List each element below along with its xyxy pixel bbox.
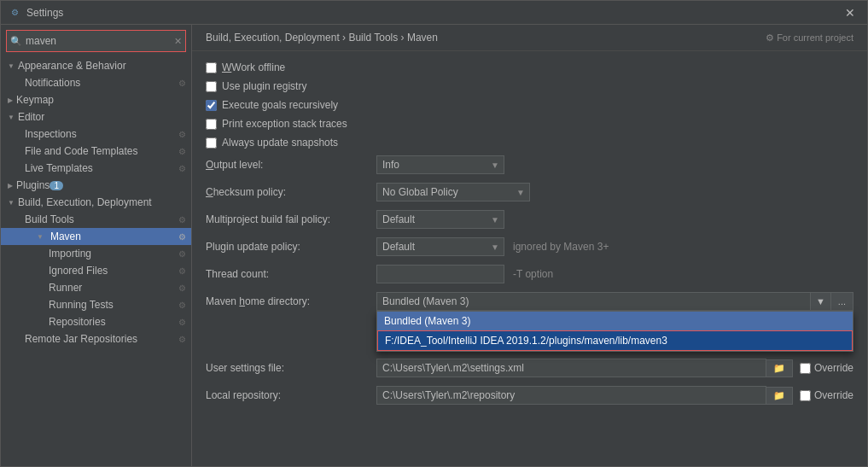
sidebar-item-remote-jar[interactable]: Remote Jar Repositories ⚙	[1, 330, 191, 347]
execute-goals-checkbox[interactable]	[206, 100, 217, 111]
maven-home-input-area: ▼ ... Bundled (Maven 3) F:/IDEA_Tool/Int…	[376, 292, 853, 311]
sidebar-item-live-templates[interactable]: Live Templates ⚙	[1, 160, 191, 177]
title-bar: ⚙ Settings ✕	[1, 1, 867, 25]
chevron-down-icon: ▼	[8, 62, 15, 70]
multiproject-select[interactable]: Default Fail at End Fail Never	[376, 210, 504, 229]
search-input[interactable]	[26, 35, 174, 47]
settings-window: ⚙ Settings ✕ 🔍 ✕ ▼ Appearance & Behavior…	[0, 0, 868, 467]
settings-icon: ⚙	[178, 283, 186, 293]
sidebar-item-label: Importing	[49, 248, 91, 260]
maven-home-option-path[interactable]: F:/IDEA_Tool/IntelliJ IDEA 2019.1.2/plug…	[377, 330, 853, 351]
user-settings-override-checkbox[interactable]	[800, 363, 811, 374]
sidebar-item-importing[interactable]: Importing ⚙	[1, 245, 191, 262]
work-offline-row: WWork offline	[206, 61, 853, 73]
chevron-down-icon: ▼	[8, 114, 15, 121]
local-repo-input[interactable]	[376, 386, 766, 405]
sidebar-item-runner[interactable]: Runner ⚙	[1, 279, 191, 296]
close-button[interactable]: ✕	[840, 4, 860, 21]
sidebar-item-label: Maven	[50, 231, 81, 242]
sidebar-item-build-tools[interactable]: Build Tools ⚙	[1, 211, 191, 228]
settings-icon: ⚙	[178, 335, 186, 344]
always-update-label: Always update snapshots	[222, 137, 338, 149]
local-repo-row: Local repository: 📁 Override	[206, 386, 853, 405]
sidebar-item-notifications[interactable]: Notifications ⚙	[1, 74, 191, 91]
plugin-update-dropdown-wrapper: Default Force Update Suppress Update ▼	[376, 237, 504, 256]
sidebar-item-plugins[interactable]: ▶ Plugins 1	[1, 177, 191, 194]
chevron-right-icon: ▶	[8, 96, 13, 104]
work-offline-checkbox[interactable]	[206, 62, 217, 73]
maven-home-input-row: ▼ ...	[376, 292, 853, 311]
sidebar-item-keymap[interactable]: ▶ Keymap	[1, 91, 191, 108]
sidebar-item-label: Appearance & Behavior	[18, 60, 126, 72]
sidebar-item-label: File and Code Templates	[25, 145, 138, 157]
print-exception-checkbox[interactable]	[206, 119, 217, 130]
sidebar-item-label: Live Templates	[25, 162, 93, 174]
chevron-down-icon: ▼	[37, 233, 44, 241]
local-repo-override-checkbox[interactable]	[800, 390, 811, 401]
maven-home-label: Maven home directory:	[206, 295, 376, 307]
settings-icon: ⚙	[178, 164, 186, 173]
output-level-dropdown-wrapper: Info Debug Warn Error ▼	[376, 155, 504, 174]
sidebar-item-running-tests[interactable]: Running Tests ⚙	[1, 296, 191, 313]
sidebar-item-ignored-files[interactable]: Ignored Files ⚙	[1, 262, 191, 279]
use-plugin-registry-checkbox[interactable]	[206, 81, 217, 92]
execute-goals-label: Execute goals recursively	[222, 99, 338, 111]
breadcrumb-path: Build, Execution, Deployment › Build Too…	[206, 32, 438, 44]
settings-icon: ⚙	[178, 266, 186, 276]
sidebar-item-editor[interactable]: ▼ Editor	[1, 108, 191, 126]
print-exception-row: Print exception stack traces	[206, 118, 853, 130]
plugin-update-label: Plugin update policy:	[206, 241, 376, 253]
sidebar-item-label: Editor	[18, 111, 44, 123]
checksum-policy-label: Checksum policy:	[206, 186, 376, 198]
plugin-update-select[interactable]: Default Force Update Suppress Update	[376, 237, 504, 256]
sidebar-item-label: Inspections	[25, 128, 77, 140]
sidebar-item-label: Build Tools	[25, 213, 74, 225]
search-icon: 🔍	[10, 36, 22, 47]
settings-icon: ⚙	[178, 232, 186, 242]
checksum-policy-row: Checksum policy: No Global Policy Strict…	[206, 183, 853, 201]
thread-count-input[interactable]	[376, 265, 504, 283]
user-settings-override: Override	[800, 362, 853, 374]
maven-home-option-bundled[interactable]: Bundled (Maven 3)	[377, 312, 853, 330]
always-update-checkbox[interactable]	[206, 137, 217, 149]
sidebar-item-label: Keymap	[16, 94, 54, 106]
sidebar-item-build-execution[interactable]: ▼ Build, Execution, Deployment	[1, 194, 191, 211]
sidebar-item-appearance[interactable]: ▼ Appearance & Behavior	[1, 57, 191, 74]
checksum-policy-select[interactable]: No Global Policy Strict Lax	[376, 183, 530, 201]
sidebar-item-label: Runner	[49, 282, 82, 294]
thread-count-label: Thread count:	[206, 268, 376, 280]
settings-icon: ⚙	[178, 249, 186, 259]
multiproject-row: Multiproject build fail policy: Default …	[206, 210, 853, 229]
user-settings-input[interactable]	[376, 359, 766, 377]
sidebar-item-inspections[interactable]: Inspections ⚙	[1, 126, 191, 143]
local-repo-browse-btn[interactable]: 📁	[766, 387, 793, 405]
search-clear-icon[interactable]: ✕	[174, 36, 182, 47]
user-settings-browse-btn[interactable]: 📁	[766, 359, 793, 377]
maven-home-row: Maven home directory: ▼ ... Bundled (Mav…	[206, 292, 853, 311]
sidebar-item-label: Ignored Files	[49, 265, 108, 277]
multiproject-dropdown-wrapper: Default Fail at End Fail Never ▼	[376, 210, 504, 229]
sidebar-item-label: Plugins	[16, 179, 50, 191]
maven-home-browse-btn[interactable]: ...	[831, 292, 853, 311]
nav-section: ▼ Appearance & Behavior Notifications ⚙ …	[1, 55, 191, 349]
sidebar: 🔍 ✕ ▼ Appearance & Behavior Notification…	[1, 25, 192, 466]
sidebar-item-file-code-templates[interactable]: File and Code Templates ⚙	[1, 143, 191, 160]
maven-home-input[interactable]	[376, 292, 811, 311]
sidebar-item-label: Remote Jar Repositories	[25, 333, 137, 345]
output-level-row: Output level: Info Debug Warn Error ▼	[206, 155, 853, 174]
execute-goals-row: Execute goals recursively	[206, 99, 853, 111]
plugin-update-row: Plugin update policy: Default Force Upda…	[206, 237, 853, 256]
for-current-project: ⚙ For current project	[766, 32, 853, 44]
use-plugin-registry-label: Use plugin registry	[222, 80, 306, 92]
maven-home-dropdown-btn[interactable]: ▼	[811, 292, 831, 311]
settings-icon: ⚙	[178, 318, 186, 327]
sidebar-item-repositories[interactable]: Repositories ⚙	[1, 313, 191, 330]
settings-form: WWork offline Use plugin registry Execut…	[192, 51, 867, 466]
maven-home-dropdown-popup: Bundled (Maven 3) F:/IDEA_Tool/IntelliJ …	[376, 311, 853, 352]
sidebar-item-maven[interactable]: ▼ Maven ⚙	[1, 228, 191, 245]
local-repo-label: Local repository:	[206, 389, 376, 401]
output-level-select[interactable]: Info Debug Warn Error	[376, 155, 504, 174]
work-offline-label: WWork offline	[222, 61, 285, 73]
sidebar-item-label: Build, Execution, Deployment	[18, 196, 152, 208]
window-title: Settings	[26, 7, 840, 19]
